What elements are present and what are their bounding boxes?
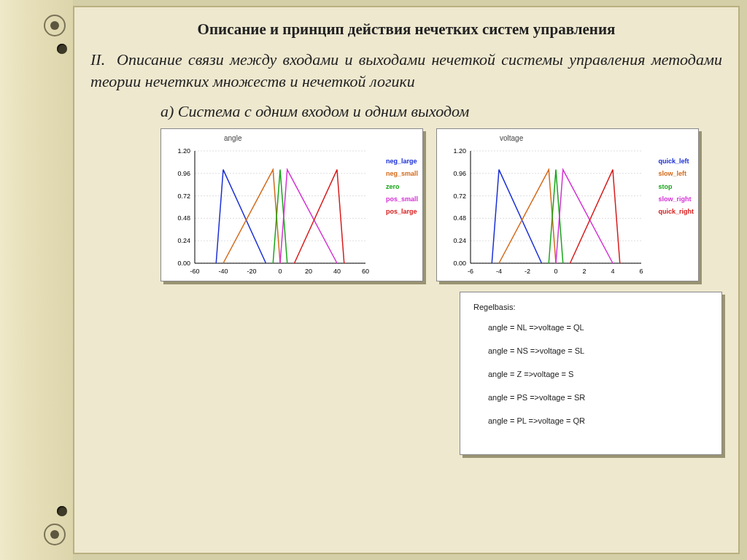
svg-text:1.20: 1.20: [453, 147, 466, 155]
binder-hole-icon: [57, 506, 67, 516]
svg-text:-4: -4: [496, 268, 502, 275]
slide-frame: Описание и принцип действия нечетких сис…: [73, 6, 740, 554]
svg-text:angle: angle: [224, 134, 242, 142]
svg-text:2: 2: [582, 268, 586, 275]
svg-text:-40: -40: [218, 268, 228, 275]
section-subtitle: II.Описание связи между входами и выхода…: [90, 49, 722, 92]
svg-text:0.48: 0.48: [453, 215, 466, 222]
binder-hole-icon: [57, 44, 67, 54]
svg-point-1: [50, 21, 59, 30]
svg-text:0: 0: [278, 268, 282, 275]
rule-line: angle = PL =>voltage = QR: [488, 416, 708, 425]
page-title: Описание и принцип действия нечетких сис…: [90, 20, 722, 39]
subsection-a: а) Система с одним входом и одним выходо…: [160, 102, 722, 121]
svg-text:1.20: 1.20: [177, 147, 190, 155]
legend-item: stop: [658, 181, 694, 193]
svg-text:-20: -20: [247, 268, 256, 275]
section-number: II.: [90, 49, 117, 71]
section-text: Описание связи между входами и выходами …: [90, 50, 722, 90]
chart-angle: angle0.000.240.480.720.961.20-60-40-2002…: [160, 128, 423, 281]
chart-legend: quick_leftslow_leftstopslow_rightquick_r…: [658, 155, 694, 217]
binder-spine: [0, 0, 73, 560]
rule-line: angle = Z =>voltage = S: [488, 370, 708, 378]
svg-text:4: 4: [611, 268, 614, 275]
svg-point-3: [50, 530, 59, 539]
svg-text:40: 40: [333, 268, 341, 275]
binder-ring-icon: [42, 522, 67, 547]
rule-line: angle = NL =>voltage = QL: [488, 323, 708, 332]
legend-item: quick_left: [658, 155, 694, 168]
svg-text:20: 20: [305, 268, 312, 275]
svg-text:0.00: 0.00: [177, 260, 190, 267]
svg-text:0: 0: [554, 268, 557, 275]
svg-text:-2: -2: [525, 268, 530, 275]
rule-line: angle = PS =>voltage = SR: [488, 393, 708, 402]
svg-text:60: 60: [362, 268, 369, 275]
svg-text:6: 6: [639, 268, 643, 275]
svg-text:-60: -60: [190, 268, 199, 275]
svg-text:0.24: 0.24: [177, 238, 190, 245]
legend-item: slow_right: [658, 193, 694, 206]
legend-item: slow_left: [658, 168, 694, 180]
legend-item: zero: [386, 181, 418, 193]
svg-text:0.48: 0.48: [177, 215, 190, 222]
rulebase-header: Regelbasis:: [473, 303, 708, 311]
svg-text:0.72: 0.72: [177, 192, 190, 200]
chart-voltage: voltage0.000.240.480.720.961.20-6-4-2024…: [436, 128, 699, 281]
svg-text:0.00: 0.00: [453, 260, 466, 267]
binder-ring-icon: [42, 13, 67, 38]
legend-item: neg_small: [386, 168, 418, 180]
legend-item: pos_large: [386, 206, 418, 218]
legend-item: quick_right: [658, 206, 694, 218]
rule-line: angle = NS =>voltage = SL: [488, 346, 708, 355]
rulebase-list: angle = NL =>voltage = QLangle = NS =>vo…: [473, 323, 708, 425]
svg-text:0.24: 0.24: [453, 238, 466, 245]
svg-text:0.96: 0.96: [453, 170, 466, 177]
legend-item: neg_large: [386, 155, 418, 168]
svg-text:-6: -6: [468, 268, 473, 275]
rulebase-panel: Regelbasis: angle = NL =>voltage = QLang…: [460, 292, 722, 455]
chart-legend: neg_largeneg_smallzeropos_smallpos_large: [386, 155, 418, 217]
svg-text:0.72: 0.72: [453, 192, 466, 200]
svg-text:voltage: voltage: [500, 134, 524, 142]
charts-row: angle0.000.240.480.720.961.20-60-40-2002…: [160, 128, 722, 281]
svg-text:0.96: 0.96: [177, 170, 190, 177]
legend-item: pos_small: [386, 193, 418, 206]
